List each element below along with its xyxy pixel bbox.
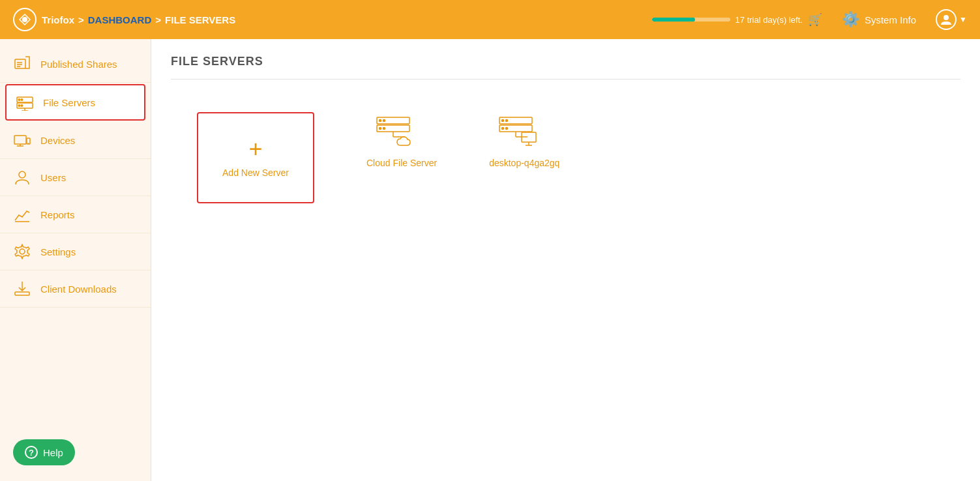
file-servers-icon: [16, 93, 34, 111]
svg-point-11: [18, 105, 20, 106]
svg-point-27: [383, 119, 385, 121]
sidebar-label-devices: Devices: [40, 135, 75, 146]
add-server-label: Add New Server: [222, 168, 289, 178]
dashboard-link[interactable]: DASHBOARD: [88, 14, 152, 25]
sidebar-item-reports[interactable]: Reports: [0, 196, 151, 233]
servers-grid: + Add New Server: [171, 99, 960, 216]
help-label: Help: [43, 447, 63, 458]
trial-text: 17 trial day(s) left.: [735, 15, 803, 25]
devices-icon: [13, 131, 31, 149]
svg-point-1: [22, 17, 27, 22]
reports-icon: [13, 205, 31, 224]
sidebar-item-users[interactable]: Users: [0, 159, 151, 196]
add-server-card[interactable]: + Add New Server: [197, 112, 314, 203]
triofox-logo: [13, 8, 37, 31]
user-avatar: [936, 9, 957, 30]
svg-point-38: [506, 127, 508, 129]
add-server-plus-icon: +: [248, 138, 262, 161]
sidebar-item-devices[interactable]: Devices: [0, 122, 151, 159]
svg-point-22: [20, 249, 25, 254]
header-right: 17 trial day(s) left. 🛒 ⚙️ System Info ▼: [652, 9, 967, 30]
sidebar-item-client-downloads[interactable]: Client Downloads: [0, 270, 151, 308]
page-divider: [171, 79, 960, 80]
sidebar-label-client-downloads: Client Downloads: [40, 284, 117, 295]
trial-bar-fill: [652, 18, 695, 22]
sidebar-label-reports: Reports: [40, 209, 75, 220]
desktop-server-name: desktop-q4ga2gq: [489, 158, 559, 168]
desktop-server-icon: [498, 112, 550, 151]
trial-info: 17 trial day(s) left. 🛒: [652, 12, 822, 27]
sidebar: Published Shares File Servers: [0, 39, 151, 481]
header-left: Triofox > DASHBOARD > FILE SERVERS: [13, 8, 235, 31]
server-card-cloud[interactable]: Cloud File Server: [366, 112, 437, 168]
svg-point-8: [18, 99, 20, 100]
sidebar-label-published-shares: Published Shares: [40, 59, 117, 70]
svg-point-29: [379, 127, 381, 129]
sidebar-label-settings: Settings: [40, 246, 76, 257]
svg-point-37: [502, 127, 504, 129]
server-card-desktop[interactable]: desktop-q4ga2gq: [489, 112, 559, 168]
separator1: >: [78, 14, 84, 25]
svg-point-35: [506, 119, 508, 121]
sidebar-item-published-shares[interactable]: Published Shares: [0, 46, 151, 83]
sidebar-item-file-servers[interactable]: File Servers: [5, 84, 145, 121]
svg-point-20: [19, 171, 25, 178]
svg-point-12: [21, 105, 22, 106]
svg-rect-33: [499, 117, 532, 124]
sidebar-label-users: Users: [40, 172, 66, 183]
main-content: FILE SERVERS + Add New Server: [151, 39, 980, 481]
settings-icon: [13, 242, 31, 261]
svg-rect-15: [14, 136, 26, 144]
help-button[interactable]: ? Help: [13, 439, 75, 465]
breadcrumb: Triofox > DASHBOARD > FILE SERVERS: [42, 14, 235, 25]
user-dropdown-arrow: ▼: [959, 15, 967, 24]
trial-bar-container: [652, 18, 730, 22]
system-info-button[interactable]: ⚙️ System Info: [842, 11, 916, 28]
header: Triofox > DASHBOARD > FILE SERVERS 17 tr…: [0, 0, 980, 39]
gear-icon: ⚙️: [842, 11, 859, 28]
user-menu[interactable]: ▼: [936, 9, 967, 30]
client-downloads-icon: [13, 280, 31, 298]
system-info-label: System Info: [865, 14, 916, 25]
svg-point-34: [502, 119, 504, 121]
svg-point-30: [383, 127, 385, 129]
help-icon: ?: [25, 446, 38, 459]
sidebar-label-file-servers: File Servers: [43, 97, 95, 108]
svg-rect-23: [15, 292, 29, 295]
layout: Published Shares File Servers: [0, 39, 980, 481]
current-page-label: FILE SERVERS: [165, 14, 235, 25]
separator2: >: [155, 14, 161, 25]
cloud-file-server-name: Cloud File Server: [366, 158, 437, 168]
svg-point-9: [21, 99, 22, 100]
cart-icon[interactable]: 🛒: [808, 12, 822, 27]
svg-point-2: [943, 15, 949, 20]
sidebar-item-settings[interactable]: Settings: [0, 233, 151, 270]
brand-name: Triofox: [42, 14, 74, 25]
svg-rect-25: [377, 117, 409, 124]
svg-rect-36: [499, 125, 532, 132]
svg-rect-3: [15, 59, 25, 68]
page-title: FILE SERVERS: [171, 55, 960, 68]
cloud-file-server-icon: [376, 112, 428, 151]
svg-point-26: [379, 119, 381, 121]
published-shares-icon: [13, 55, 31, 73]
svg-rect-28: [377, 125, 409, 132]
trial-bar: [652, 18, 730, 22]
users-icon: [13, 168, 31, 186]
